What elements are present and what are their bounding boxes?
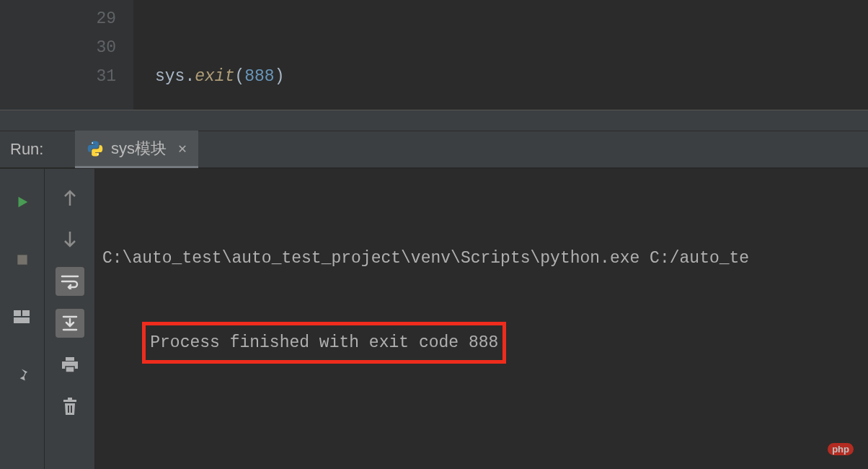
close-tab-icon[interactable]: ✕ <box>178 139 187 157</box>
code-content[interactable]: sys.exit(888) print("Python sys.exit() 用… <box>133 0 868 110</box>
run-tab[interactable]: sys模块 ✕ <box>75 131 198 168</box>
layout-button[interactable] <box>8 303 37 332</box>
line-number: 29 <box>0 4 116 33</box>
stop-button[interactable] <box>8 245 37 274</box>
svg-rect-6 <box>66 357 74 361</box>
run-tab-name: sys模块 <box>111 138 167 159</box>
console-body: C:\auto_test\auto_test_project\venv\Scri… <box>0 169 868 469</box>
panel-divider[interactable] <box>0 110 868 131</box>
svg-rect-4 <box>22 310 30 316</box>
svg-rect-5 <box>14 317 30 323</box>
scroll-to-end-button[interactable] <box>56 309 84 338</box>
watermark-brand: php <box>828 443 854 455</box>
watermark: php <box>828 444 854 455</box>
svg-point-0 <box>92 142 93 144</box>
run-label: Run: <box>0 140 75 159</box>
delete-button[interactable] <box>56 393 84 421</box>
soft-wrap-button[interactable] <box>56 267 84 296</box>
svg-rect-8 <box>66 367 74 372</box>
svg-rect-9 <box>63 400 76 402</box>
svg-point-1 <box>97 153 99 154</box>
scroll-up-button[interactable] <box>56 183 84 212</box>
svg-rect-10 <box>68 398 72 400</box>
svg-rect-2 <box>17 255 27 264</box>
code-editor[interactable]: 29 30 31 sys.exit(888) print("Python sys… <box>0 0 868 110</box>
exit-code-highlight: Process finished with exit code 888 <box>142 322 506 364</box>
console-command-line: C:\auto_test\auto_test_project\venv\Scri… <box>102 242 861 274</box>
run-toolbar-secondary <box>45 169 95 469</box>
console-output[interactable]: C:\auto_test\auto_test_project\venv\Scri… <box>95 169 868 469</box>
run-toolbar-primary <box>0 169 45 469</box>
line-number: 31 <box>0 62 116 91</box>
print-button[interactable] <box>56 351 84 380</box>
rerun-button[interactable] <box>8 188 37 216</box>
scroll-down-button[interactable] <box>56 225 84 254</box>
run-tool-window-header: Run: sys模块 ✕ <box>0 131 868 169</box>
svg-rect-12 <box>71 406 72 413</box>
code-line-29[interactable]: sys.exit(888) <box>155 62 868 91</box>
python-file-icon <box>87 140 104 157</box>
line-number-gutter: 29 30 31 <box>0 0 133 110</box>
svg-rect-3 <box>14 310 21 316</box>
exit-code-text: Process finished with exit code 888 <box>150 333 498 352</box>
pin-button[interactable] <box>8 361 37 390</box>
line-number: 30 <box>0 33 116 62</box>
svg-rect-11 <box>68 406 69 413</box>
